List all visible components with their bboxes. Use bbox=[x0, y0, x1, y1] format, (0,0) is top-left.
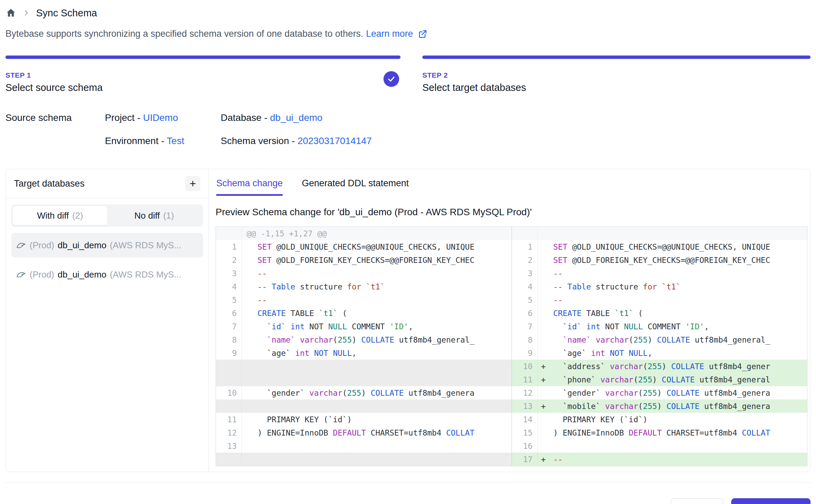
diff-code-line bbox=[242, 399, 512, 413]
diff-code-line bbox=[242, 453, 512, 466]
tab-generated-ddl[interactable]: Generated DDL statement bbox=[302, 178, 409, 196]
diff-line-number bbox=[216, 399, 242, 413]
step-1-label: STEP 1 bbox=[5, 71, 401, 79]
add-target-database-button[interactable]: + bbox=[185, 176, 200, 191]
diff-line-number: 15 bbox=[512, 426, 538, 439]
diff-code-line bbox=[242, 373, 512, 386]
mysql-dolphin-icon bbox=[16, 269, 26, 280]
diff-code-line: -- bbox=[242, 293, 512, 306]
diff-code-line: + `mobile` varchar(255) COLLATE utf8mb4_… bbox=[538, 399, 807, 413]
diff-row: 1SET @OLD_UNIQUE_CHECKS=@@UNIQUE_CHECKS,… bbox=[512, 240, 807, 253]
diff-line-number bbox=[216, 453, 242, 466]
external-link-icon[interactable] bbox=[418, 29, 427, 39]
diff-row: 3-- bbox=[512, 267, 807, 280]
diff-row: 9 `age` int NOT NULL, bbox=[216, 346, 512, 360]
target-database-item-2[interactable]: (Prod) db_ui_demo (AWS RDS MyS... bbox=[11, 262, 203, 287]
diff-code-line: + `phone` varchar(255) COLLATE utf8mb4_g… bbox=[538, 373, 807, 386]
diff-row: 10+ `address` varchar(255) COLLATE utf8m… bbox=[512, 360, 807, 373]
database-link[interactable]: db_ui_demo bbox=[270, 112, 323, 123]
diff-line-number: 10 bbox=[512, 360, 538, 373]
back-button[interactable]: Back bbox=[671, 498, 723, 504]
diff-code-line: `age` int NOT NULL, bbox=[538, 346, 807, 360]
tab-with-diff[interactable]: With diff (2) bbox=[13, 206, 107, 225]
diff-line-number: 13 bbox=[512, 399, 538, 413]
diff-code-line: @@ -1,15 +1,27 @@ bbox=[242, 227, 512, 240]
diff-row: 13+ `mobile` varchar(255) COLLATE utf8mb… bbox=[512, 399, 807, 413]
diff-line-number: 3 bbox=[216, 267, 242, 280]
diff-row: 4-- Table structure for `t1` bbox=[512, 280, 807, 293]
diff-add-sign: + bbox=[541, 455, 546, 464]
page-description: Bytebase supports synchronizing a specif… bbox=[5, 29, 811, 39]
diff-code-line: SET @OLD_UNIQUE_CHECKS=@@UNIQUE_CHECKS, … bbox=[242, 240, 512, 253]
diff-code-line: +-- bbox=[538, 453, 807, 466]
diff-line-number: 10 bbox=[216, 386, 242, 399]
diff-row: 6CREATE TABLE `t1` ( bbox=[216, 306, 512, 320]
project-link[interactable]: UIDemo bbox=[143, 112, 178, 123]
diff-line-number: 9 bbox=[216, 346, 242, 360]
diff-code-line bbox=[242, 360, 512, 373]
diff-line-number: 14 bbox=[512, 413, 538, 426]
diff-row: 5-- bbox=[512, 293, 807, 306]
preview-tabs: Schema change Generated DDL statement bbox=[216, 178, 807, 196]
diff-code-line: `gender` varchar(255) COLLATE utf8mb4_ge… bbox=[538, 386, 807, 399]
diff-code-line: `gender` varchar(255) COLLATE utf8mb4_ge… bbox=[242, 386, 512, 399]
target-database-list: (Prod) db_ui_demo (AWS RDS MyS... (Prod)… bbox=[6, 230, 208, 289]
diff-line-number: 11 bbox=[512, 373, 538, 386]
target-database-item-1[interactable]: (Prod) db_ui_demo (AWS RDS MyS... bbox=[11, 233, 203, 257]
diff-filler-row bbox=[216, 373, 512, 386]
diff-code-line: SET @OLD_UNIQUE_CHECKS=@@UNIQUE_CHECKS, … bbox=[538, 240, 807, 253]
diff-line-number: 13 bbox=[216, 439, 242, 453]
diff-row: 7 `id` int NOT NULL COMMENT 'ID', bbox=[216, 320, 512, 333]
tab-schema-change[interactable]: Schema change bbox=[216, 178, 283, 196]
diff-line-number: 7 bbox=[216, 320, 242, 333]
schema-change-panel: Schema change Generated DDL statement Pr… bbox=[209, 169, 810, 472]
diff-row: 12 `gender` varchar(255) COLLATE utf8mb4… bbox=[512, 386, 807, 399]
diff-line-number: 16 bbox=[512, 439, 538, 453]
diff-line-number bbox=[216, 373, 242, 386]
diff-code-line: -- Table structure for `t1` bbox=[538, 280, 807, 293]
diff-row: 14 PRIMARY KEY (`id`) bbox=[512, 413, 807, 426]
description-text: Bytebase supports synchronizing a specif… bbox=[5, 29, 363, 39]
diff-line-number bbox=[216, 227, 242, 240]
schema-version-link[interactable]: 20230317014147 bbox=[298, 136, 372, 146]
tab-no-diff[interactable]: No diff (1) bbox=[107, 206, 202, 225]
diff-row: 13 bbox=[216, 439, 512, 453]
diff-filler-row bbox=[216, 360, 512, 373]
preview-title: Preview Schema change for 'db_ui_demo (P… bbox=[216, 207, 807, 218]
diff-code-line bbox=[538, 439, 807, 453]
diff-row: 8 `name` varchar(255) COLLATE utf8mb4_ge… bbox=[216, 333, 512, 346]
diff-row: 2SET @OLD_FOREIGN_KEY_CHECKS=@@FOREIGN_K… bbox=[512, 253, 807, 267]
source-project: Project - UIDemo bbox=[105, 112, 221, 123]
diff-add-sign: + bbox=[541, 362, 546, 371]
footer-actions: Back Preview issue bbox=[5, 498, 811, 504]
diff-pane-original: @@ -1,15 +1,27 @@1SET @OLD_UNIQUE_CHECKS… bbox=[216, 227, 512, 466]
diff-code-line: `name` varchar(255) COLLATE utf8mb4_gene… bbox=[242, 333, 512, 346]
sync-schema-page: Sync Schema Bytebase supports synchroniz… bbox=[0, 0, 816, 504]
diff-row: 3-- bbox=[216, 267, 512, 280]
diff-row: 8 `name` varchar(255) COLLATE utf8mb4_ge… bbox=[512, 333, 807, 346]
source-environment: Environment - Test bbox=[105, 136, 221, 146]
diff-code-line: PRIMARY KEY (`id`) bbox=[538, 413, 807, 426]
diff-code-line bbox=[538, 227, 807, 240]
diff-line-number: 1 bbox=[216, 240, 242, 253]
diff-line-number: 7 bbox=[512, 320, 538, 333]
diff-pane-modified: 1SET @OLD_UNIQUE_CHECKS=@@UNIQUE_CHECKS,… bbox=[512, 227, 807, 466]
diff-line-number bbox=[216, 360, 242, 373]
source-schema-summary: Source schema Project - UIDemo Database … bbox=[5, 112, 811, 146]
diff-filter-tabs: With diff (2) No diff (1) bbox=[11, 204, 203, 227]
diff-line-number: 9 bbox=[512, 346, 538, 360]
diff-line-number: 4 bbox=[512, 280, 538, 293]
no-diff-count: (1) bbox=[163, 210, 174, 221]
learn-more-link[interactable]: Learn more bbox=[366, 29, 413, 39]
home-icon[interactable] bbox=[5, 7, 16, 18]
diff-code-line: -- Table structure for `t1` bbox=[242, 280, 512, 293]
diff-line-number: 8 bbox=[216, 333, 242, 346]
diff-add-sign: + bbox=[541, 375, 546, 384]
diff-line-number: 12 bbox=[512, 386, 538, 399]
target-databases-title: Target databases bbox=[14, 178, 84, 189]
diff-line-number: 1 bbox=[512, 240, 538, 253]
with-diff-count: (2) bbox=[72, 210, 83, 221]
preview-issue-button[interactable]: Preview issue bbox=[731, 498, 811, 504]
diff-row: 15) ENGINE=InnoDB DEFAULT CHARSET=utf8mb… bbox=[512, 426, 807, 439]
environment-link[interactable]: Test bbox=[167, 136, 184, 146]
